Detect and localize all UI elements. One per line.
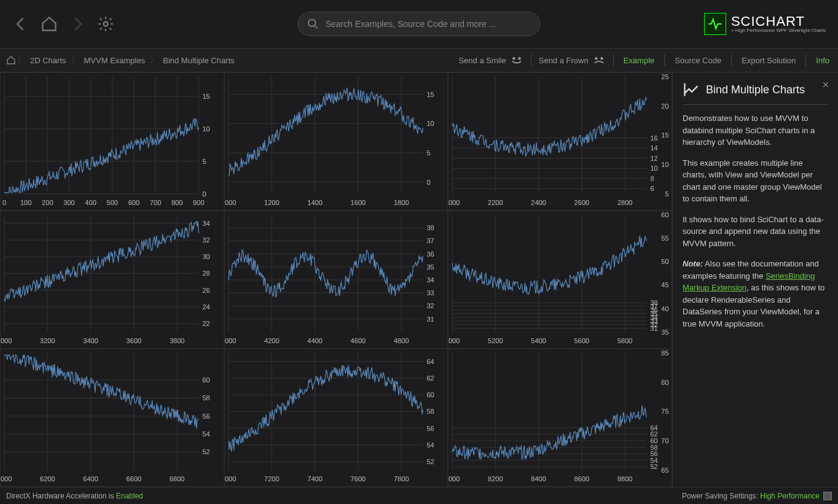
status-indicator-icon[interactable] — [823, 492, 832, 500]
chart-cell[interactable]: 0100200300400500600700800900051015 — [0, 72, 224, 211]
info-paragraph: It shows how to bind SciChart to a data-… — [683, 214, 828, 250]
svg-text:52: 52 — [651, 463, 658, 470]
home-icon[interactable] — [41, 15, 58, 33]
svg-text:6800: 6800 — [170, 475, 185, 483]
search-box[interactable] — [298, 12, 541, 36]
svg-text:10: 10 — [662, 161, 669, 168]
svg-text:3000: 3000 — [1, 337, 12, 344]
svg-text:56: 56 — [426, 425, 434, 432]
svg-text:80: 80 — [662, 379, 669, 386]
svg-text:55: 55 — [662, 235, 669, 242]
chevron-right-icon: 〉 — [71, 55, 79, 66]
main-toolbar: SCICHART > High Performance WPF Silverli… — [0, 0, 838, 48]
svg-text:65: 65 — [662, 467, 669, 474]
svg-text:54: 54 — [426, 441, 434, 449]
svg-text:34: 34 — [426, 276, 434, 284]
svg-text:33: 33 — [426, 289, 434, 297]
svg-text:28: 28 — [202, 269, 210, 277]
send-smile-button[interactable]: Send a Smile — [458, 56, 523, 65]
chart-cell[interactable]: 10001200140016001800051015 — [224, 72, 448, 211]
svg-text:600: 600 — [128, 199, 139, 206]
svg-text:60: 60 — [426, 391, 434, 398]
svg-text:2800: 2800 — [617, 199, 633, 206]
svg-text:4200: 4200 — [264, 337, 280, 344]
svg-text:32: 32 — [426, 302, 434, 309]
svg-point-5 — [595, 58, 597, 60]
forward-icon[interactable] — [69, 15, 86, 33]
info-paragraph: Demonstrates how to use MVVM to databind… — [683, 112, 828, 149]
svg-text:200: 200 — [42, 199, 53, 206]
chart-cell[interactable]: 7000720074007600780052545658606264 — [224, 349, 448, 487]
svg-text:12: 12 — [651, 155, 658, 162]
back-icon[interactable] — [12, 15, 29, 33]
logo: SCICHART > High Performance WPF Silverli… — [704, 13, 826, 35]
svg-text:50: 50 — [662, 258, 669, 265]
svg-text:1600: 1600 — [350, 199, 366, 206]
svg-text:62: 62 — [651, 430, 658, 438]
svg-text:8: 8 — [651, 175, 654, 182]
svg-text:800: 800 — [171, 199, 182, 206]
svg-text:36: 36 — [426, 250, 434, 258]
svg-text:54: 54 — [651, 457, 658, 464]
search-input[interactable] — [326, 19, 531, 29]
info-paragraph: This example creates multiple line chart… — [683, 157, 828, 205]
svg-text:38: 38 — [426, 224, 434, 231]
svg-text:64: 64 — [651, 424, 658, 432]
svg-text:1400: 1400 — [307, 199, 323, 206]
chart-cell[interactable]: 5000520054005600580031323334353637383540… — [448, 211, 672, 349]
svg-text:15: 15 — [426, 91, 434, 98]
gear-icon[interactable] — [97, 15, 114, 33]
svg-point-4 — [519, 58, 520, 60]
svg-text:25: 25 — [662, 73, 669, 80]
svg-text:0: 0 — [202, 190, 206, 198]
svg-text:1000: 1000 — [225, 199, 236, 206]
svg-text:6400: 6400 — [83, 475, 98, 483]
svg-point-6 — [601, 58, 603, 60]
svg-text:37: 37 — [426, 237, 434, 244]
svg-text:60: 60 — [202, 376, 210, 384]
send-frown-button[interactable]: Send a Frown — [539, 56, 606, 65]
logo-subtitle: > High Performance WPF Silverlight Chart… — [731, 28, 826, 33]
chart-cell[interactable]: 600062006400660068005254565860 — [0, 349, 224, 487]
svg-text:1200: 1200 — [264, 199, 280, 206]
chart-cell[interactable]: 200022002400260028006810121416510152025 — [448, 72, 672, 211]
svg-text:0: 0 — [426, 179, 430, 186]
svg-text:6000: 6000 — [1, 475, 12, 483]
tab-export-solution[interactable]: Export Solution — [739, 56, 798, 65]
svg-text:75: 75 — [662, 408, 669, 415]
breadcrumb-home-icon[interactable] — [6, 55, 16, 65]
svg-text:2200: 2200 — [488, 199, 503, 206]
svg-text:14: 14 — [651, 144, 658, 152]
chart-icon — [683, 81, 700, 98]
svg-text:7000: 7000 — [225, 475, 236, 483]
chart-cell[interactable]: 400042004400460048003132333435363738 — [224, 211, 448, 349]
svg-text:4000: 4000 — [225, 337, 236, 344]
svg-point-0 — [104, 22, 108, 26]
svg-text:54: 54 — [202, 430, 210, 438]
status-hw-accel: DirectX Hardware Acceleration is Enabled — [6, 492, 143, 500]
svg-text:3600: 3600 — [127, 337, 142, 344]
svg-text:52: 52 — [426, 458, 434, 465]
svg-text:500: 500 — [107, 199, 118, 206]
svg-text:7800: 7800 — [394, 475, 409, 483]
svg-text:70: 70 — [662, 437, 669, 444]
svg-text:3200: 3200 — [40, 337, 55, 344]
tab-info[interactable]: Info — [813, 56, 832, 65]
svg-text:4600: 4600 — [350, 337, 366, 344]
tab-example[interactable]: Example — [621, 56, 657, 65]
svg-text:58: 58 — [202, 394, 210, 401]
svg-text:6600: 6600 — [127, 475, 142, 483]
info-note: Note: Also see the documentation and exa… — [683, 258, 828, 330]
svg-text:60: 60 — [651, 437, 658, 444]
close-icon[interactable]: ✕ — [822, 80, 829, 90]
chart-cell[interactable]: 3000320034003600380022242628303234 — [0, 211, 224, 349]
svg-text:700: 700 — [150, 199, 161, 206]
tab-source-code[interactable]: Source Code — [672, 56, 724, 65]
breadcrumb-item[interactable]: Bind Multiple Charts — [159, 56, 238, 65]
svg-text:7400: 7400 — [307, 475, 323, 483]
chart-cell[interactable]: 8000820084008600880052545658606264657075… — [448, 349, 672, 487]
info-panel: ✕ Bind Multiple Charts Demonstrates how … — [672, 72, 838, 487]
breadcrumb-item[interactable]: 2D Charts — [26, 56, 70, 65]
breadcrumb-item[interactable]: MVVM Examples — [80, 56, 149, 65]
svg-text:30: 30 — [202, 253, 210, 260]
